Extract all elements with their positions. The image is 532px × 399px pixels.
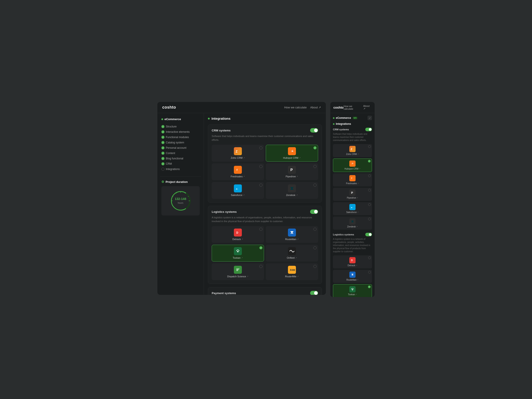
zendesk-name: Zendesk ↗ [286,194,298,196]
side-pipedrive-card[interactable]: P Pipedrive ↗ [333,188,372,201]
side-crm-header: CRM systems [333,128,372,131]
routetitan-logo [288,228,296,236]
sidebar-divider [160,176,201,177]
side-zendesk-name: Zendesk ↗ [347,225,358,228]
side-routetitan-card[interactable]: Routetitan ↗ [333,270,372,283]
sidebar-ecommerce-title: eCommerce [160,117,201,122]
sidebar-item-structure[interactable]: ✓ Structure [160,124,201,129]
sidebar-item-functional[interactable]: ✓ Functional modules [160,134,201,140]
onfleet-card[interactable]: Onfleet ↗ [266,245,318,262]
side-how-we-calculate[interactable]: How we calculate [344,105,361,110]
expand-button[interactable]: ⤢ [367,116,372,120]
route4me-name: Route4Me ↗ [285,275,299,278]
sidebar-item-personal[interactable]: ✓ Personal account [160,145,201,151]
side-zendesk-checkbox[interactable] [368,218,371,220]
svg-text:P: P [351,191,353,194]
side-freshsales-name: Freshsales ↗ [346,182,359,185]
routetitan-card[interactable]: Routetitan ↗ [266,226,318,243]
project-duration-title: ⚙ Project duration [161,180,200,184]
salesforce-logo: ☁ [234,184,242,192]
dispatch-checkbox[interactable] [259,265,262,268]
side-tookan-card[interactable]: ✓ Tookan ↗ [333,284,372,297]
side-freshsales-checkbox[interactable] [368,174,371,177]
onfleet-logo [288,247,296,255]
routetitan-checkbox[interactable] [313,228,317,231]
side-hubspot-card[interactable]: ✓ Hubspot CRM ↗ [333,158,372,172]
project-duration-section: ⚙ Project duration [160,179,201,217]
side-logistics-toggle[interactable] [365,233,372,236]
check-icon: ✓ [161,125,165,128]
side-pipedrive-logo: P [349,190,355,196]
payment-toggle[interactable] [310,291,318,295]
route4me-checkbox[interactable] [313,265,317,268]
sidebar-item-integrations[interactable]: Integrations [160,166,201,172]
pipedrive-checkbox[interactable] [313,165,317,168]
link-icon: ↗ [299,157,301,159]
check-icon: ✓ [161,146,165,149]
salesforce-card[interactable]: ☁ Salesforce ↗ [212,182,264,199]
crm-grid: Z Zoho CRM ↗ ✓ [212,145,318,199]
svg-text:Z: Z [351,148,352,151]
side-pipedrive-checkbox[interactable] [368,189,371,191]
zendesk-checkbox[interactable] [313,184,317,187]
main-nav: How we calculate About ↗ [284,106,321,109]
zendesk-card[interactable]: Zendesk ↗ [266,182,318,199]
freshsales-card[interactable]: f Freshsales ↗ [212,163,264,180]
sidebar-item-blog[interactable]: ✓ Blog functional [160,156,201,161]
routetitan-name: Routetitan ↗ [285,238,298,241]
side-detrack-checkbox[interactable] [368,256,371,259]
hubspot-checkbox[interactable]: ✓ [313,146,317,149]
side-tookan-checkbox[interactable]: ✓ [368,285,371,288]
main-body: eCommerce ✓ Structure ✓ Interactive elem… [157,113,326,295]
side-zoho-card[interactable]: Z Zoho CRM ↗ [333,144,372,157]
zoho-checkbox[interactable] [259,146,262,149]
link-icon: ↗ [357,183,359,184]
crm-toggle[interactable] [310,128,318,133]
detrack-card[interactable]: D Detrack ↗ [212,226,264,243]
logistics-title: Logistics systems [212,210,237,214]
logistics-grid: D Detrack ↗ [212,226,318,280]
side-salesforce-checkbox[interactable] [368,203,371,206]
dispatch-science-card[interactable]: Dispatch Science ↗ [212,263,264,280]
tookan-checkbox[interactable]: ✓ [259,246,262,249]
side-ecommerce-label: eCommerce 9/9 [333,116,358,120]
salesforce-checkbox[interactable] [259,184,262,187]
zoho-name: Zoho CRM ↗ [231,157,245,159]
route4me-card[interactable]: R4M Route4Me ↗ [266,263,318,280]
hubspot-crm-card[interactable]: ✓ Hubspot CRM ↗ [266,145,318,162]
side-routetitan-checkbox[interactable] [368,271,371,273]
side-hubspot-checkbox[interactable]: ✓ [368,160,371,163]
zoho-crm-card[interactable]: Z Zoho CRM ↗ [212,145,264,162]
side-content: eCommerce 9/9 ⤢ Integrations CRM systems [330,113,375,297]
link-icon: ↗ [243,175,245,177]
onfleet-checkbox[interactable] [313,246,317,249]
side-zendesk-card[interactable]: Zendesk ↗ [333,216,372,230]
side-zoho-checkbox[interactable] [368,145,371,148]
sidebar-item-interactive[interactable]: ✓ Interactive elements [160,129,201,134]
side-salesforce-card[interactable]: ☁ Salesforce ↗ [333,202,372,215]
side-detrack-card[interactable]: D Detrack ↗ [333,255,372,268]
gauge-container: 132-148 hours [170,190,192,212]
side-hubspot-name: Hubspot CRM ↗ [344,168,361,170]
side-nav: How we calculate About ↗ [344,105,372,110]
salesforce-name: Salesforce ↗ [231,194,245,196]
detrack-checkbox[interactable] [259,228,262,231]
sidebar-item-catalog[interactable]: ✓ Catalog system [160,140,201,145]
side-crm-toggle[interactable] [365,128,372,131]
link-icon: ↗ [297,238,299,240]
svg-text:D: D [351,259,353,262]
about-link[interactable]: About ↗ [310,106,321,109]
side-external-icon: ↗ [363,107,365,110]
sidebar-item-crm[interactable]: ✓ CRM [160,161,201,166]
logistics-toggle[interactable] [310,209,318,214]
side-freshsales-card[interactable]: f Freshsales ↗ [333,173,372,186]
svg-point-20 [237,251,239,252]
side-crm-section: CRM systems Software that helps individu… [333,128,372,230]
sidebar-item-content[interactable]: ✓ Content [160,151,201,156]
freshsales-checkbox[interactable] [259,165,262,168]
tookan-card[interactable]: ✓ Tookan ↗ [212,245,264,262]
how-we-calculate-link[interactable]: How we calculate [284,106,307,109]
link-icon: ↗ [297,275,299,278]
pipedrive-card[interactable]: P Pipedrive ↗ [266,163,318,180]
side-about[interactable]: About ↗ [363,105,372,110]
